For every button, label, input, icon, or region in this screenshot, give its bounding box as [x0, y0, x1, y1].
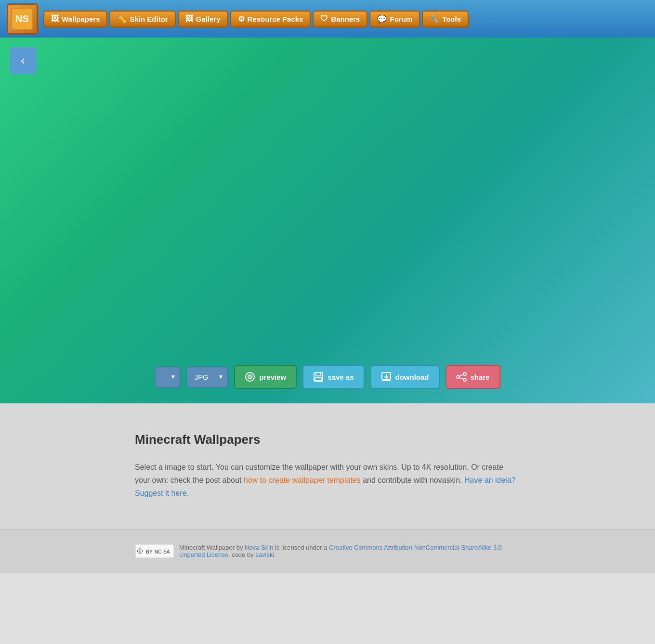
svg-text:SA: SA: [163, 549, 170, 554]
info-section: Minecraft Wallpapers Select a image to s…: [0, 403, 655, 529]
svg-line-16: [459, 378, 463, 380]
resource-packs-icon: ⚙: [238, 14, 245, 24]
forum-icon: 💬: [377, 14, 387, 24]
svg-text:🄫: 🄫: [137, 548, 143, 555]
nav-item-forum[interactable]: 💬 Forum: [369, 11, 420, 27]
download-icon: [381, 372, 392, 382]
svg-text:NC: NC: [155, 549, 161, 554]
nav-item-banners[interactable]: 🛡 Banners: [313, 11, 367, 27]
svg-point-13: [457, 375, 459, 378]
toolbar: ▼ JPG PNG GIF ▼ preview: [155, 365, 500, 389]
wallpaper-templates-link[interactable]: how to create wallpaper templates: [244, 476, 361, 484]
canvas-area: ‹ ▼ JPG PNG GIF ▼ preview: [0, 38, 655, 403]
tools-icon: 🔧: [430, 14, 439, 24]
gallery-icon: 🖼: [185, 14, 193, 23]
svg-text:BY: BY: [146, 549, 153, 554]
nav-item-tools[interactable]: 🔧 Tools: [422, 11, 469, 27]
preview-button[interactable]: preview: [234, 365, 297, 389]
cc-badge: 🄫 BY NC SA: [135, 544, 174, 559]
format-select[interactable]: JPG PNG GIF: [186, 366, 228, 388]
save-as-button[interactable]: save as: [302, 365, 364, 389]
logo[interactable]: NS: [5, 1, 39, 36]
svg-text:NS: NS: [15, 13, 29, 24]
nav-item-wallpapers[interactable]: 🖼 Wallpapers: [43, 11, 107, 27]
banners-icon: 🛡: [320, 14, 328, 23]
nav-item-gallery[interactable]: 🖼 Gallery: [178, 11, 228, 27]
svg-point-5: [249, 376, 251, 378]
nav-items: 🖼 Wallpapers ✏️ Skin Editor 🖼 Gallery ⚙ …: [43, 11, 469, 27]
wallpapers-icon: 🖼: [51, 14, 59, 23]
svg-point-14: [463, 378, 466, 381]
preview-icon: [245, 372, 255, 382]
back-button[interactable]: ‹: [10, 47, 36, 74]
info-title: Minecraft Wallpapers: [135, 432, 520, 447]
navigation: NS 🖼 Wallpapers ✏️ Skin Editor 🖼 Gallery…: [0, 0, 655, 38]
skin-editor-icon: ✏️: [117, 14, 127, 24]
share-button[interactable]: share: [445, 365, 500, 389]
skin-select-wrapper: ▼: [155, 366, 181, 388]
footer: 🄫 BY NC SA Minecraft Wallpaper by Nova S…: [0, 529, 655, 573]
cc-logo: 🄫 BY NC SA: [135, 544, 174, 558]
logo-icon: NS: [10, 7, 34, 31]
info-description: Select a image to start. You can customi…: [135, 461, 520, 500]
nova-skin-footer-link[interactable]: Nova Skin: [245, 544, 273, 551]
download-button[interactable]: download: [370, 365, 440, 389]
svg-rect-7: [316, 373, 321, 376]
format-select-wrapper: JPG PNG GIF ▼: [186, 366, 228, 388]
skin-select[interactable]: [155, 366, 181, 388]
saviski-link[interactable]: saviski: [255, 551, 274, 558]
svg-rect-8: [315, 377, 322, 381]
svg-point-12: [463, 373, 466, 375]
save-icon: [313, 372, 324, 382]
svg-line-15: [459, 374, 463, 376]
nav-item-skin-editor[interactable]: ✏️ Skin Editor: [109, 11, 175, 27]
nav-item-resource-packs[interactable]: ⚙ Resource Packs: [230, 11, 311, 27]
back-icon: ‹: [21, 53, 25, 68]
share-icon: [456, 372, 467, 382]
